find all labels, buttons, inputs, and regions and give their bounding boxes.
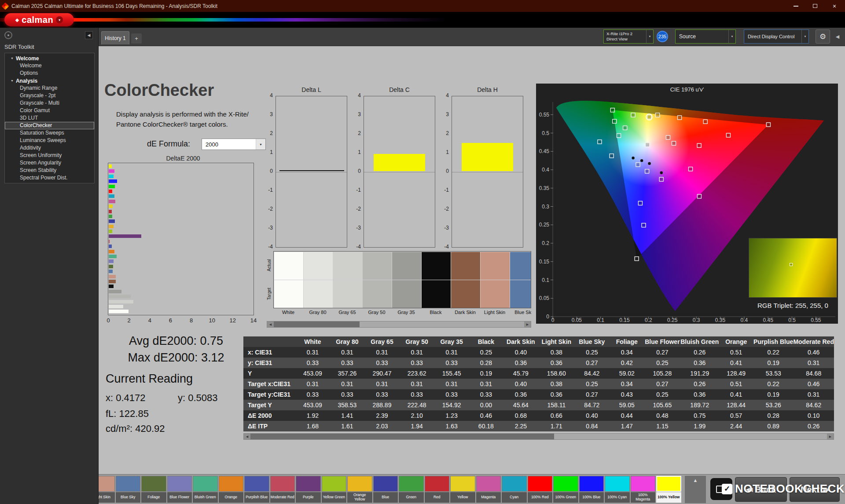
chevron-down-icon[interactable]: ▼	[646, 30, 653, 43]
display-mode-button[interactable]	[710, 478, 732, 500]
patch-tile-bluish-green[interactable]: Bluish Green	[193, 476, 218, 503]
patch-swatch[interactable]	[553, 476, 578, 492]
sidebar-item-saturation-sweeps[interactable]: Saturation Sweeps	[5, 129, 94, 137]
tree-section-analysis[interactable]: ▼Analysis	[5, 77, 94, 84]
patch-tile-light-skin[interactable]: Light Skin	[99, 476, 115, 503]
patch-swatch[interactable]	[631, 476, 656, 492]
sidebar-item-welcome[interactable]: Welcome	[5, 62, 94, 69]
tree-section-welcome[interactable]: ▼Welcome	[5, 55, 94, 62]
collapse-arrow-button[interactable]: ◀	[833, 32, 842, 41]
table-scrollbar[interactable]: ◀ ▶	[243, 433, 834, 440]
sidebar-item-3d-lut[interactable]: 3D LUT	[5, 114, 94, 122]
sidebar-item-color-gamut[interactable]: Color Gamut	[5, 107, 94, 114]
scroll-right-button[interactable]: ▶	[524, 321, 531, 327]
patch-tile-yellow-green[interactable]: Yellow Green	[322, 476, 347, 503]
patch-swatch[interactable]	[425, 476, 450, 492]
patch-tile-foliage[interactable]: Foliage	[141, 476, 166, 503]
sidebar-item-grayscale-2pt[interactable]: Grayscale - 2pt	[5, 92, 94, 99]
scroll-left-button[interactable]: ◀	[244, 434, 250, 439]
patch-tile-moderate-red[interactable]: Moderate Red	[270, 476, 295, 503]
patch-tile-100-magenta[interactable]: 100% Magenta	[631, 476, 656, 503]
chevron-down-icon[interactable]: ▼	[728, 30, 735, 43]
table-cell: 0.42	[610, 358, 644, 368]
patch-swatch[interactable]	[193, 476, 218, 492]
patch-swatch[interactable]	[399, 476, 424, 492]
expander-icon[interactable]: ▼	[11, 79, 14, 82]
source-select[interactable]: Source ▼	[675, 29, 736, 44]
patch-tile-100-yellow[interactable]: 100% Yellow	[656, 476, 681, 503]
back-button[interactable]: ◀◀ Back	[735, 477, 787, 502]
patch-swatch[interactable]	[528, 476, 553, 492]
patch-swatch[interactable]	[270, 476, 295, 492]
meter-select[interactable]: X-Rite i1Pro 2 Direct View ▼	[603, 29, 654, 44]
patch-tile-100-red[interactable]: 100% Red	[528, 476, 553, 503]
sidebar-item-options[interactable]: Options	[5, 69, 94, 77]
close-button[interactable]: ×	[827, 0, 842, 12]
patch-tile-yellow[interactable]: Yellow	[450, 476, 475, 503]
sidebar-item-screen-uniformity[interactable]: Screen Uniformity	[5, 152, 94, 159]
patch-tile-magenta[interactable]: Magenta	[476, 476, 501, 503]
patch-tile-cyan[interactable]: Cyan	[502, 476, 527, 503]
patch-tile-green[interactable]: Green	[399, 476, 424, 503]
patch-swatch[interactable]	[99, 476, 115, 492]
sidebar-item-spectral-power-dist[interactable]: Spectral Power Dist.	[5, 174, 94, 182]
patch-swatch[interactable]	[219, 476, 244, 492]
settings-gear-button[interactable]: ⚙	[816, 29, 830, 44]
patch-tile-orange[interactable]: Orange	[219, 476, 244, 503]
patch-swatch[interactable]	[502, 476, 527, 492]
sidebar-item-dynamic-range[interactable]: Dynamic Range	[5, 84, 94, 92]
sidebar-item-additivity[interactable]: Additivity	[5, 144, 94, 152]
expander-icon[interactable]: ▼	[11, 57, 14, 60]
sidebar-item-grayscale-multi[interactable]: Grayscale - Multi	[5, 99, 94, 107]
maximize-button[interactable]	[807, 0, 823, 12]
sidebar-collapse-button[interactable]: ◀	[85, 31, 93, 39]
sidebar-item-screen-stability[interactable]: Screen Stability	[5, 167, 94, 174]
patch-tile-red[interactable]: Red	[425, 476, 450, 503]
sidebar-circle-icon[interactable]: ●	[4, 31, 12, 39]
patch-swatch[interactable]	[656, 476, 681, 492]
patch-swatch[interactable]	[167, 476, 192, 492]
patch-swatch[interactable]	[322, 476, 347, 492]
patch-swatch[interactable]	[373, 476, 398, 492]
scroll-left-button[interactable]: ◀	[267, 321, 274, 327]
patch-swatch[interactable]	[116, 476, 141, 492]
patch-swatch[interactable]	[476, 476, 501, 492]
display-control-select[interactable]: Direct Display Control ▼	[744, 29, 809, 44]
next-button[interactable]: Next ▶▶	[790, 477, 840, 502]
expand-arrow-button[interactable]: ▲	[685, 476, 706, 503]
strip-scrollbar[interactable]: ◀ ▶	[267, 321, 531, 328]
sidebar-item-colorchecker[interactable]: ColorChecker	[5, 122, 94, 129]
scroll-thumb[interactable]	[250, 434, 554, 439]
patch-swatch[interactable]	[579, 476, 604, 492]
patch-swatch[interactable]	[347, 476, 372, 492]
tab-history[interactable]: History 1	[101, 31, 129, 44]
de-formula-dropdown[interactable]: 2000 ▼	[202, 139, 266, 150]
patch-swatch[interactable]	[296, 476, 321, 492]
sidebar-item-luminance-sweeps[interactable]: Luminance Sweeps	[5, 137, 94, 144]
patch-swatch[interactable]	[605, 476, 630, 492]
logo-chevron-icon[interactable]: ▼	[56, 16, 63, 23]
patch-tile-blue-sky[interactable]: Blue Sky	[116, 476, 141, 503]
patch-swatch[interactable]	[450, 476, 475, 492]
patch-swatch[interactable]	[244, 476, 269, 492]
patch-tile-blue[interactable]: Blue	[373, 476, 398, 503]
patch-label: White	[274, 310, 303, 315]
calman-logo[interactable]: ◆ calman ▼	[4, 13, 74, 26]
patch-tile-100-green[interactable]: 100% Green	[553, 476, 578, 503]
patch-tile-100-cyan[interactable]: 100% Cyan	[605, 476, 630, 503]
add-tab-button[interactable]: +	[131, 33, 142, 44]
table-cell: 0.36	[680, 389, 719, 400]
patch-swatch[interactable]	[141, 476, 166, 492]
patch-tile-orange-yellow[interactable]: Orange Yellow	[347, 476, 372, 503]
scroll-thumb[interactable]	[274, 321, 360, 327]
scroll-right-button[interactable]: ▶	[827, 434, 834, 439]
patch-tile-100-blue[interactable]: 100% Blue	[579, 476, 604, 503]
chevron-down-icon[interactable]: ▼	[801, 30, 808, 43]
col-header-purplish-blue: Purplish Blue	[753, 336, 793, 347]
patch-tile-purple[interactable]: Purple	[296, 476, 321, 503]
patch-tile-blue-flower[interactable]: Blue Flower	[167, 476, 192, 503]
sidebar-item-screen-angularity[interactable]: Screen Angularity	[5, 159, 94, 167]
table-cell: 1.99	[680, 421, 719, 431]
patch-tile-purplish-blue[interactable]: Purplish Blue	[244, 476, 269, 503]
minimize-button[interactable]	[788, 0, 804, 12]
